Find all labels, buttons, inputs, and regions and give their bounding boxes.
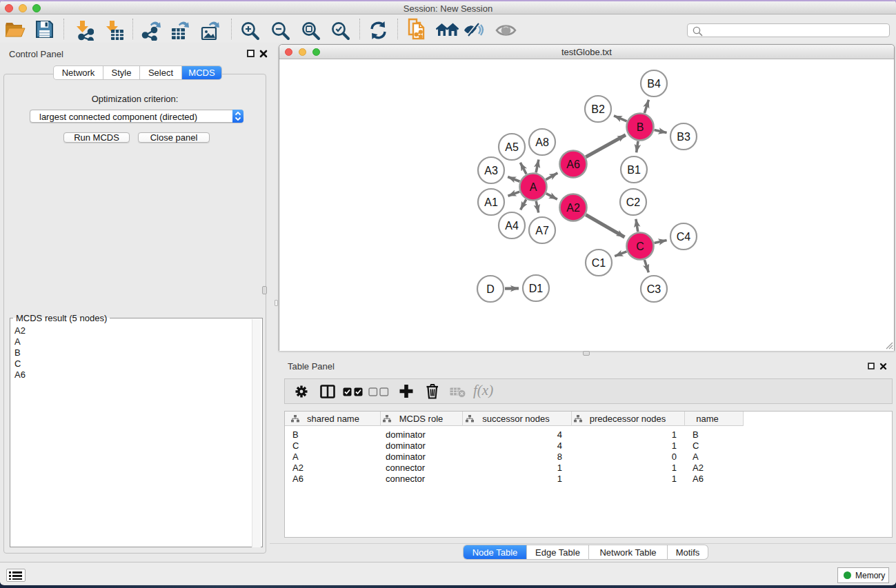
svg-text:C: C: [636, 241, 644, 252]
svg-text:A7: A7: [535, 225, 549, 236]
svg-text:A8: A8: [535, 136, 549, 148]
svg-text:A1: A1: [484, 196, 498, 208]
svg-text:A6: A6: [566, 159, 580, 170]
svg-text:B4: B4: [647, 78, 661, 90]
svg-text:C3: C3: [647, 283, 661, 295]
svg-text:C4: C4: [677, 231, 691, 243]
svg-text:B3: B3: [677, 131, 690, 143]
svg-text:B1: B1: [627, 164, 641, 176]
svg-text:B: B: [637, 121, 644, 133]
svg-text:B2: B2: [591, 103, 605, 115]
svg-text:A2: A2: [566, 202, 580, 214]
svg-text:A4: A4: [505, 220, 519, 232]
svg-text:D1: D1: [529, 283, 544, 294]
svg-text:A3: A3: [484, 165, 498, 176]
svg-text:A: A: [530, 181, 537, 193]
svg-text:C1: C1: [592, 257, 606, 269]
svg-text:A5: A5: [505, 141, 519, 153]
svg-text:D: D: [486, 283, 495, 295]
svg-text:C2: C2: [626, 196, 641, 208]
